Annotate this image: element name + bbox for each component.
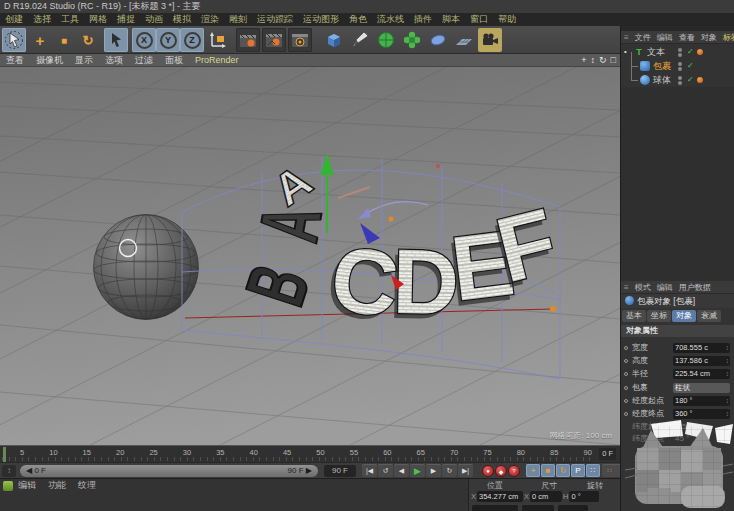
key-rotation-toggle[interactable]: ↻ (556, 464, 570, 477)
menu-item[interactable]: 雕刻 (224, 13, 252, 26)
lock-z-axis-button[interactable]: Z (180, 28, 204, 52)
enabled-checkmark[interactable]: ✓ (687, 73, 694, 87)
width-field[interactable]: 708.555 c↕ (673, 343, 730, 353)
expand-toggle[interactable]: • (624, 45, 627, 59)
menu-item[interactable]: 角色 (344, 13, 372, 26)
panel-menu-icon[interactable]: ≡ (621, 281, 632, 293)
menu-item[interactable]: 模拟 (168, 13, 196, 26)
tab-object[interactable]: 对象 (672, 310, 696, 322)
clipped-field[interactable] (522, 505, 554, 511)
playhead-marker[interactable] (3, 447, 6, 462)
viewport-nav-icon[interactable]: + (581, 54, 586, 67)
object-properties-section[interactable]: 对象属性 (621, 325, 734, 337)
play-mode-button[interactable]: ↻ (442, 464, 457, 477)
material-menu-item[interactable]: 纹理 (78, 479, 104, 492)
environment-button[interactable] (452, 28, 476, 52)
viewport-nav-icon[interactable]: ↕ (591, 54, 596, 67)
record-keyframe-button[interactable]: ● (482, 465, 494, 477)
menu-item[interactable]: 捕捉 (112, 13, 140, 26)
render-view-button[interactable] (236, 28, 260, 52)
clipped-field[interactable] (558, 505, 588, 511)
menu-item[interactable]: 选择 (28, 13, 56, 26)
menu-item[interactable]: 创建 (0, 13, 28, 26)
menu-item[interactable]: 脚本 (437, 13, 465, 26)
stepper-arrows[interactable]: ↕ (726, 356, 730, 366)
spline-pen-button[interactable] (348, 28, 372, 52)
play-backwards-button[interactable]: ↺ (378, 464, 393, 477)
timeline-ruler[interactable]: 51015202530354045505560657075808590 0 F (0, 445, 620, 462)
tab-falloff[interactable]: 衰减 (697, 310, 721, 322)
lock-x-axis-button[interactable]: X (132, 28, 156, 52)
handle-dot[interactable] (550, 306, 556, 312)
stepper-arrows[interactable]: ↕ (726, 369, 730, 379)
anim-dot[interactable] (624, 372, 628, 376)
object-row-wrap[interactable]: 包裹 ✓ (621, 59, 734, 73)
wrap-deformer-icon[interactable] (640, 61, 650, 71)
size-x-field[interactable]: 0 cm (530, 491, 562, 502)
anim-dot[interactable] (624, 386, 628, 390)
object-name[interactable]: 文本 (647, 45, 665, 59)
key-scale-toggle[interactable]: ■ (541, 464, 555, 477)
stepper-arrows[interactable]: ↕ (726, 396, 730, 406)
menu-item[interactable]: 运动图形 (298, 13, 344, 26)
object-manager-menu-item[interactable]: 文件 (632, 31, 654, 43)
rotate-tool[interactable]: ↻ (76, 28, 100, 52)
object-list-empty-area[interactable] (621, 87, 734, 281)
menu-item[interactable]: 网格 (84, 13, 112, 26)
object-tag-icon[interactable] (697, 77, 703, 83)
viewport-nav-icon[interactable]: ↻ (599, 54, 607, 67)
add-cube-button[interactable] (322, 28, 346, 52)
key-position-toggle[interactable]: + (526, 464, 540, 477)
enabled-checkmark[interactable]: ✓ (687, 45, 694, 59)
menu-item[interactable]: 运动跟踪 (252, 13, 298, 26)
scrub-right-arrow[interactable]: ▶ (304, 466, 312, 475)
last-tool[interactable] (104, 28, 128, 52)
viewport-menu-item[interactable]: 过滤 (129, 54, 159, 66)
keyframe-selection-button[interactable]: ? (508, 465, 520, 477)
viewport-menu-item[interactable]: 显示 (69, 54, 99, 66)
anim-dot[interactable] (624, 399, 628, 403)
render-settings-button[interactable] (288, 28, 312, 52)
scale-tool[interactable]: ■ (52, 28, 76, 52)
coordinate-system-button[interactable] (206, 28, 230, 52)
viewport-menu-item[interactable]: 面板 (159, 54, 189, 66)
menu-item[interactable]: 插件 (409, 13, 437, 26)
render-picture-viewer-button[interactable] (262, 28, 286, 52)
wrap-mode-dropdown[interactable]: 柱状 (673, 383, 730, 393)
anim-dot[interactable] (624, 412, 628, 416)
height-field[interactable]: 137.586 c↕ (673, 356, 730, 366)
menu-item[interactable]: 窗口 (465, 13, 493, 26)
timeline-scrubber[interactable]: ◀ 0 F 90 F ▶ (20, 465, 318, 477)
object-manager-menu-item[interactable]: 标签 (720, 31, 734, 43)
position-x-field[interactable]: 354.277 cm (477, 491, 523, 502)
radius-field[interactable]: 225.54 cm↕ (673, 369, 730, 379)
sphere-object-icon[interactable] (640, 75, 650, 85)
prorender-menu[interactable]: ProRender (189, 54, 245, 66)
key-parameter-toggle[interactable]: P (571, 464, 585, 477)
viewport-menu-item[interactable]: 选项 (99, 54, 129, 66)
sphere-object[interactable] (94, 215, 199, 320)
material-menu-item[interactable]: 编辑 (18, 479, 44, 492)
viewport-3d[interactable]: A A B CC DD EE FF 网格间距: 100 cm (0, 67, 620, 445)
anim-dot[interactable] (624, 346, 628, 350)
text-object-icon[interactable]: T (634, 47, 644, 57)
stepper-arrows[interactable]: ↕ (726, 343, 730, 353)
attribute-menu-item[interactable]: 模式 (632, 281, 654, 293)
autokey-button[interactable]: ◆ (495, 465, 507, 477)
handle-dot[interactable] (436, 164, 440, 168)
visibility-dots[interactable] (678, 76, 682, 85)
key-pla-toggle[interactable]: ∷ (586, 464, 600, 477)
material-manager-icon[interactable] (3, 481, 13, 491)
end-frame-field[interactable]: 90 F (324, 465, 356, 477)
attribute-menu-item[interactable]: 用户数据 (676, 281, 714, 293)
anim-dot[interactable] (624, 359, 628, 363)
next-frame-button[interactable]: ▶ (426, 464, 441, 477)
menu-item[interactable]: 渲染 (196, 13, 224, 26)
previous-frame-button[interactable]: ◀ (394, 464, 409, 477)
object-row-sphere[interactable]: 球体 ✓ (621, 73, 734, 87)
live-selection-tool[interactable] (2, 28, 26, 52)
deformer-button[interactable] (426, 28, 450, 52)
object-manager-menu-item[interactable]: 查看 (676, 31, 698, 43)
object-tag-icon[interactable] (697, 49, 703, 55)
visibility-dots[interactable] (678, 48, 682, 57)
